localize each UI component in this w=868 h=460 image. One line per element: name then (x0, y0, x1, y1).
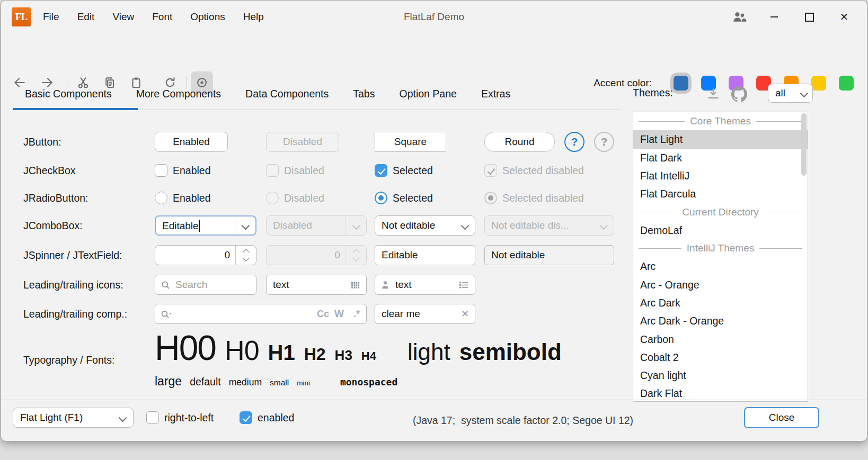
radio-selected-icon[interactable] (375, 192, 387, 204)
help-button-gray[interactable]: ? (594, 132, 614, 152)
square-button[interactable]: Square (375, 132, 446, 152)
radio-icon[interactable] (155, 192, 167, 204)
bottom-bar: Flat Light (F1) right-to-left enabled (J… (1, 400, 867, 440)
not-editable-combobox[interactable]: Not editable (375, 215, 475, 236)
list-icon[interactable] (458, 279, 475, 290)
minimize-button[interactable] (762, 5, 786, 29)
chevron-down-icon[interactable] (235, 217, 255, 234)
menu-file[interactable]: File (34, 11, 68, 23)
radio-selected-disabled: Selected disabled (484, 192, 584, 204)
enabled-button[interactable]: Enabled (155, 132, 228, 152)
tab-tabs[interactable]: Tabs (341, 80, 387, 107)
accent-swatch-blue-selected[interactable] (674, 76, 688, 91)
help-button-blue[interactable]: ? (564, 132, 584, 152)
leading-trailing-comp-label: Leading/trailing comp.: (23, 304, 127, 324)
close-window-button[interactable]: ✕ (832, 5, 856, 29)
user-icon (375, 279, 391, 291)
regex-button[interactable]: .* (353, 309, 366, 320)
theme-list-item-carbon[interactable]: Carbon (633, 330, 808, 348)
chevron-down-icon (346, 216, 366, 235)
jspinner-label: JSpinner / JTextField: (23, 245, 122, 265)
jcombobox-label: JComboBox: (23, 215, 83, 236)
spinner[interactable]: 0 (155, 245, 256, 265)
menu-options[interactable]: Options (181, 11, 234, 23)
text-caret (199, 220, 200, 232)
text-field-with-user-and-list-icons[interactable]: text (375, 275, 475, 295)
tab-more-components[interactable]: More Components (124, 80, 233, 107)
checkbox-checked-icon[interactable] (375, 164, 387, 177)
leading-trailing-icons-label: Leading/trailing icons: (23, 275, 123, 295)
chevron-down-icon (112, 415, 133, 421)
theme-list-item-cobalt-2[interactable]: Cobalt 2 (633, 348, 808, 366)
match-case-button[interactable]: Cc (314, 309, 332, 320)
default-sample: default (190, 376, 221, 388)
clearable-text-field[interactable]: clear me ✕ (375, 304, 475, 324)
checkbox-icon (266, 164, 279, 177)
editable-combobox[interactable]: Editable (155, 215, 256, 236)
checkbox-enabled[interactable]: Enabled (155, 164, 211, 177)
search-with-options-input[interactable]: Cc W .* (155, 304, 367, 324)
round-button[interactable]: Round (484, 132, 555, 152)
h00-sample: H00 (155, 328, 216, 368)
spinner-disabled: 0 (266, 245, 367, 265)
checkbox-disabled: Disabled (266, 164, 324, 177)
radio-enabled[interactable]: Enabled (155, 192, 211, 204)
laf-combobox[interactable]: Flat Light (F1) (13, 408, 134, 428)
enabled-checkbox[interactable]: enabled (240, 411, 294, 424)
menu-view[interactable]: View (103, 11, 143, 23)
accent-swatch-yellow[interactable] (811, 76, 826, 91)
whole-word-button[interactable]: W (332, 308, 347, 320)
tab-data-components[interactable]: Data Components (233, 80, 341, 107)
checkbox-selected-disabled: Selected disabled (484, 164, 584, 177)
tab-bar: Basic Components More Components Data Co… (13, 80, 522, 107)
title-bar: FL File Edit View Font Options Help Flat… (1, 1, 867, 33)
typography-label: Typography / Fonts: (23, 350, 114, 370)
jcheckbox-label: JCheckBox (23, 164, 76, 177)
spinner-up-down-icons[interactable] (236, 246, 256, 265)
menu-bar: File Edit View Font Options Help (34, 1, 273, 33)
checkbox-icon[interactable] (146, 411, 159, 424)
search-input[interactable]: Search (155, 275, 256, 295)
checkbox-selected[interactable]: Selected (375, 164, 433, 177)
spinner-up-down-icons (346, 246, 366, 265)
tab-basic-components[interactable]: Basic Components (13, 80, 124, 107)
h4-sample: H4 (361, 349, 376, 363)
h0-sample: H0 (225, 335, 259, 366)
menu-help[interactable]: Help (234, 11, 273, 23)
not-editable-textfield: Not editable (484, 245, 614, 265)
github-icon[interactable] (731, 86, 747, 104)
tab-option-pane[interactable]: Option Pane (387, 80, 468, 107)
text-field-with-table-icon[interactable]: text (266, 275, 367, 295)
checkbox-checked-icon[interactable] (240, 411, 252, 424)
status-text: (Java 17; system scale factor 2.0; Segoe… (413, 400, 633, 440)
accent-swatch-green[interactable] (839, 76, 854, 91)
chevron-down-icon[interactable] (455, 216, 475, 235)
users-icon[interactable] (727, 5, 751, 29)
search-icon (155, 279, 171, 291)
maximize-button[interactable] (797, 5, 821, 29)
menu-font[interactable]: Font (143, 11, 181, 23)
typography-headings: H00 H0 H1 H2 H3 H4 light semibold (155, 328, 562, 368)
theme-filter-combobox[interactable]: all (768, 84, 813, 103)
menu-edit[interactable]: Edit (68, 11, 104, 23)
close-button[interactable]: Close (744, 407, 819, 428)
monospaced-sample: monospaced (340, 376, 397, 387)
download-theme-icon[interactable] (706, 86, 721, 103)
checkbox-icon[interactable] (155, 164, 167, 177)
radio-selected[interactable]: Selected (375, 192, 433, 204)
themes-label: Themes: (633, 87, 673, 99)
toolbar: Accent color: (1, 33, 867, 67)
table-icon[interactable] (350, 279, 366, 290)
typography-sizes: large default medium small mini monospac… (155, 374, 397, 389)
window-title: FlatLaf Demo (404, 1, 464, 33)
checkbox-checked-icon (484, 164, 497, 177)
tab-extras[interactable]: Extras (469, 80, 522, 107)
theme-list-item-cyan-light[interactable]: Cyan light (633, 366, 808, 384)
small-sample: small (270, 378, 289, 387)
right-to-left-checkbox[interactable]: right-to-left (146, 411, 214, 424)
editable-textfield[interactable]: Editable (375, 245, 475, 265)
h1-sample: H1 (268, 341, 295, 365)
semibold-sample: semibold (459, 339, 562, 365)
clear-icon[interactable]: ✕ (461, 308, 475, 320)
search-with-dropdown-icon[interactable] (155, 309, 173, 320)
